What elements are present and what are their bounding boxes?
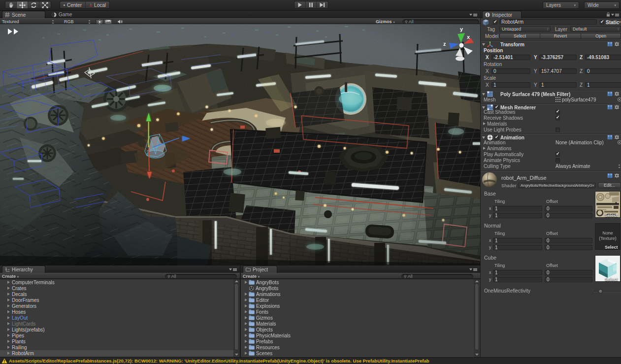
- scene-skybox-toggle[interactable]: [104, 19, 113, 24]
- tab-project[interactable]: Project: [243, 265, 277, 273]
- gear-icon[interactable]: [614, 41, 620, 47]
- layers-dropdown[interactable]: Layers ▾: [543, 1, 579, 9]
- hierarchy-create-button[interactable]: Create ▾: [2, 273, 19, 279]
- hierarchy-item-lightcards[interactable]: LightCards: [0, 321, 233, 327]
- tab-game[interactable]: Game: [49, 11, 79, 18]
- transform-foldout[interactable]: [482, 43, 485, 46]
- project-item-scenes[interactable]: Scenes: [241, 350, 474, 356]
- gear-icon[interactable]: [614, 134, 620, 140]
- project-item-objects[interactable]: Objects: [241, 327, 474, 332]
- project-search-input[interactable]: ⚲ All: [401, 274, 473, 279]
- foldout-triangle-icon[interactable]: [245, 316, 247, 319]
- hierarchy-item-computerterminals[interactable]: ComputerTerminals: [0, 279, 233, 285]
- foldout-triangle-icon[interactable]: [7, 352, 10, 355]
- hierarchy-item-doorframes[interactable]: DoorFrames: [0, 297, 233, 303]
- foldout-triangle-icon[interactable]: [245, 340, 247, 343]
- normal-offset-x-field[interactable]: 0: [545, 238, 592, 243]
- project-item-resources[interactable]: Resources: [241, 344, 474, 350]
- texture-select-button[interactable]: Select: [605, 213, 618, 218]
- object-picker-icon[interactable]: [617, 140, 621, 145]
- hierarchy-search-input[interactable]: ⚲ All: [165, 274, 237, 279]
- project-scroll-thumb[interactable]: [475, 283, 479, 350]
- pause-button[interactable]: [306, 1, 317, 8]
- cube-offset-y-field[interactable]: 0: [545, 277, 592, 282]
- project-create-button[interactable]: Create ▾: [243, 273, 260, 279]
- cube-offset-x-field[interactable]: 0: [545, 270, 592, 275]
- receive-shadows-checkbox[interactable]: [556, 116, 560, 120]
- tab-inspector[interactable]: Inspector: [482, 11, 522, 18]
- meshrenderer-foldout[interactable]: [482, 106, 485, 109]
- foldout-triangle-icon[interactable]: [7, 334, 10, 337]
- hierarchy-item-railing[interactable]: Railing: [0, 344, 233, 350]
- animation-foldout[interactable]: [482, 136, 485, 139]
- pivot-toggle-button[interactable]: Center: [60, 1, 86, 8]
- step-button[interactable]: [317, 1, 328, 8]
- scene-panel-menu[interactable]: [469, 13, 477, 17]
- base-tiling-y-field[interactable]: 1: [493, 213, 542, 218]
- foldout-triangle-icon[interactable]: [245, 346, 247, 349]
- animations-foldout[interactable]: [483, 147, 486, 150]
- shader-dropdown[interactable]: AngryBots/ReflectiveBackgroundArbitraryG…: [518, 183, 596, 188]
- hierarchy-item-decals[interactable]: Decals: [0, 291, 233, 297]
- cast-shadows-checkbox[interactable]: [556, 110, 560, 114]
- animation-enabled-checkbox[interactable]: [494, 135, 499, 140]
- tag-dropdown[interactable]: Untagged ↕: [499, 26, 551, 32]
- culling-type-value[interactable]: Always Animate: [556, 164, 590, 169]
- hierarchy-item-lights-prefabs-[interactable]: Lights(prefabs): [0, 327, 233, 332]
- project-item-prefabs[interactable]: Prefabs: [241, 338, 474, 344]
- mesh-value[interactable]: polySurface479: [562, 97, 596, 102]
- layout-dropdown[interactable]: Wide ▾: [584, 1, 620, 9]
- status-bar[interactable]: Assets/Scripts/Editor/ReplacePrefabInsta…: [0, 357, 621, 364]
- project-item-editor[interactable]: Editor: [241, 297, 474, 303]
- layer-dropdown[interactable]: Default ↕: [570, 26, 621, 32]
- foldout-triangle-icon[interactable]: [245, 304, 247, 307]
- hierarchy-item-crates[interactable]: Crates: [0, 285, 233, 291]
- project-item-materials[interactable]: Materials: [241, 321, 474, 327]
- scale-tool-button[interactable]: [39, 1, 51, 8]
- project-scrollbar[interactable]: [474, 279, 480, 357]
- hierarchy-item-pipes[interactable]: Pipes: [0, 332, 233, 338]
- hierarchy-item-robotarm[interactable]: RobotArm: [0, 350, 233, 356]
- rotation-z-field[interactable]: 0: [585, 68, 621, 74]
- move-tool-button[interactable]: [17, 1, 28, 8]
- foldout-triangle-icon[interactable]: [245, 293, 247, 296]
- model-revert-button[interactable]: Revert: [540, 33, 581, 39]
- hierarchy-scrollbar[interactable]: [233, 279, 240, 357]
- model-open-button[interactable]: Open: [581, 33, 621, 39]
- scale-y-field[interactable]: 1: [539, 82, 577, 88]
- gear-icon[interactable]: [614, 91, 620, 97]
- hierarchy-panel-menu[interactable]: [229, 267, 237, 271]
- foldout-triangle-icon[interactable]: [7, 328, 10, 331]
- foldout-triangle-icon[interactable]: [7, 287, 10, 290]
- foldout-triangle-icon[interactable]: [245, 310, 247, 313]
- foldout-triangle-icon[interactable]: [245, 322, 247, 325]
- rotation-x-field[interactable]: 0: [491, 68, 530, 74]
- foldout-triangle-icon[interactable]: [245, 298, 247, 301]
- project-item-gizmos[interactable]: Gizmos: [241, 315, 474, 321]
- position-z-field[interactable]: -49.51083: [585, 55, 621, 60]
- inspector-panel-menu[interactable]: [611, 13, 619, 17]
- foldout-triangle-icon[interactable]: [7, 310, 10, 313]
- base-offset-x-field[interactable]: 0: [545, 206, 592, 211]
- animation-clip-value[interactable]: None (Animation Clip): [556, 140, 604, 145]
- scene-search-input[interactable]: ⚲ All: [402, 19, 479, 24]
- play-auto-checkbox[interactable]: [556, 152, 560, 157]
- light-probes-checkbox[interactable]: [556, 128, 560, 132]
- cube-tiling-y-field[interactable]: 1: [493, 277, 542, 282]
- cube-tiling-x-field[interactable]: 1: [493, 270, 542, 275]
- foldout-triangle-icon[interactable]: [7, 316, 10, 319]
- scene-audio-toggle[interactable]: [116, 19, 124, 24]
- project-item-fonts[interactable]: Fonts: [241, 309, 474, 315]
- play-button[interactable]: [294, 1, 306, 8]
- hand-tool-button[interactable]: [5, 1, 17, 8]
- static-checkbox[interactable]: [600, 20, 604, 25]
- texture-select-button[interactable]: Select: [605, 245, 618, 250]
- normal-tiling-y-field[interactable]: 1: [493, 245, 542, 250]
- space-toggle-button[interactable]: Local: [86, 1, 109, 8]
- scene-lighting-toggle[interactable]: [96, 19, 104, 24]
- gameobject-name-field[interactable]: RobotArm: [499, 19, 597, 25]
- rotate-tool-button[interactable]: [28, 1, 39, 8]
- scene-viewport[interactable]: y x z: [0, 24, 480, 265]
- normal-offset-y-field[interactable]: 0: [545, 245, 592, 250]
- project-item-angrybots[interactable]: AngryBots: [241, 285, 474, 291]
